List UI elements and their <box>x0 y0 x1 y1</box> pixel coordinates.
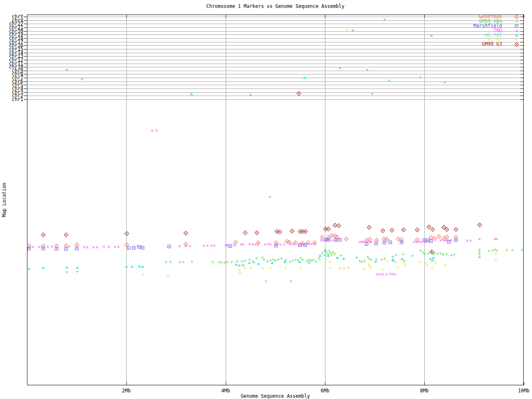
data-point-wi-yac <box>27 267 31 270</box>
data-point-marshfield <box>141 246 144 249</box>
legend-marker-square-open-icon <box>515 25 518 28</box>
data-point-wi-yac <box>283 261 287 263</box>
data-point-wi-rh: * <box>317 257 323 264</box>
data-point-tng: × <box>255 241 261 247</box>
chart-title: Chromosome 1 Markers vs Genome Sequence … <box>27 3 524 9</box>
legend-label: GM99 G3 <box>414 42 502 47</box>
data-point-marshfield <box>389 241 392 244</box>
data-point-marshfield <box>55 247 58 251</box>
data-point-wi-rh: * <box>368 265 374 272</box>
data-point-marshfield <box>75 247 79 250</box>
data-point-wi-yac <box>308 261 311 264</box>
data-point-wi-yac <box>342 257 345 260</box>
data-point-tng: × <box>49 244 55 249</box>
data-point-tng: × <box>30 244 36 250</box>
y-tick-right <box>520 17 524 17</box>
y-tick <box>24 49 27 49</box>
data-point-tng: × <box>177 243 182 249</box>
y-tick-right <box>520 42 524 42</box>
data-point-tng: × <box>468 238 473 244</box>
gridline-horizontal <box>27 64 524 64</box>
data-point-gm99-gb4: + <box>393 252 399 258</box>
data-point-tng: × <box>66 244 72 249</box>
y-tick-right <box>520 34 524 35</box>
gridline-vertical <box>325 15 325 385</box>
y-tick <box>24 96 27 96</box>
data-point-wi-rh: * <box>140 272 146 279</box>
data-point-wi-yac <box>248 261 251 264</box>
data-point-wi-yac <box>257 262 260 265</box>
data-point-gm99-gb4: + <box>519 247 525 253</box>
data-point-wi-rh: * <box>493 258 499 265</box>
data-point-marshfield <box>127 246 131 250</box>
y-tick <box>24 53 27 53</box>
data-point-gm99-gb4: + <box>64 269 70 275</box>
data-point-wi-rh: * <box>165 273 171 280</box>
data-point-wi-yac <box>125 265 128 268</box>
gridline-horizontal <box>27 49 524 49</box>
data-point-gm99-gb4: + <box>504 247 510 253</box>
data-point-tng: × <box>365 67 370 73</box>
x-tick-top <box>126 15 127 18</box>
data-point-wi-rh: * <box>403 263 409 270</box>
data-point-gm99-gb4: + <box>510 247 515 253</box>
data-point-wi-rh: * <box>380 267 386 274</box>
y-tick <box>24 38 27 39</box>
plot-border <box>27 15 524 385</box>
data-point-gm99-gb4: + <box>400 251 406 257</box>
y-tick-right <box>520 96 524 96</box>
data-point-wi-rh: * <box>242 265 248 272</box>
data-point-tng: × <box>382 17 387 22</box>
x-tick-bottom <box>424 382 425 385</box>
data-point-wi-rh: * <box>344 27 350 34</box>
data-point-tng: × <box>79 76 85 82</box>
gridline-horizontal <box>27 96 524 96</box>
y-tick <box>24 60 27 60</box>
data-point-wi-rh: * <box>395 265 401 272</box>
y-tick <box>24 81 27 82</box>
y-tick <box>24 31 27 32</box>
y-tick <box>24 64 27 64</box>
x-tick-top <box>226 15 226 18</box>
data-point-gm99-gb4: + <box>409 253 415 259</box>
x-tick-top <box>524 15 524 18</box>
data-point-wi-rh: * <box>268 266 273 273</box>
data-point-wi-yac <box>190 93 193 95</box>
data-point-gm99-gb4: + <box>189 259 195 265</box>
gridline-horizontal <box>27 99 524 100</box>
y-tick <box>24 89 27 89</box>
data-point-marshfield <box>400 241 403 244</box>
data-point-tng: × <box>337 65 343 71</box>
data-point-wi-rh: * <box>345 265 351 272</box>
x-tick-label: 4Mb <box>213 388 238 394</box>
data-point-tng: × <box>333 237 339 243</box>
data-point-tng: × <box>240 241 246 247</box>
y-tick-right <box>520 24 524 24</box>
x-tick-label: 8Mb <box>412 388 437 394</box>
gridline-horizontal <box>27 60 524 60</box>
y-tick-right <box>520 89 524 89</box>
y-tick-right <box>520 85 524 85</box>
data-point-gm99-gb4: + <box>254 256 259 261</box>
data-point-wi-rh: * <box>283 266 289 273</box>
y-tick-right <box>520 81 524 82</box>
data-point-wi-yac <box>42 266 45 269</box>
y-tick-right <box>520 99 524 100</box>
y-tick <box>24 56 27 57</box>
gridline-horizontal <box>27 89 524 89</box>
legend-label: Marshfield <box>414 24 502 28</box>
data-point-tng: × <box>312 241 318 247</box>
y-tick-right <box>520 49 524 49</box>
data-point-wi-yac <box>131 265 134 268</box>
gridline-horizontal <box>27 81 524 82</box>
data-point-wi-yac <box>138 265 141 267</box>
data-point-tng: × <box>424 239 430 245</box>
legend-marker-plus-icon: + <box>514 19 520 25</box>
data-point-gm99-gb4: + <box>210 259 216 265</box>
y-tick <box>24 17 27 17</box>
data-point-wi-yac <box>303 76 306 79</box>
data-point-gm99-gb4: + <box>180 259 186 265</box>
data-point-wi-yac <box>76 266 79 269</box>
gridline-horizontal <box>27 85 524 85</box>
data-point-wi-rh: * <box>260 266 266 273</box>
